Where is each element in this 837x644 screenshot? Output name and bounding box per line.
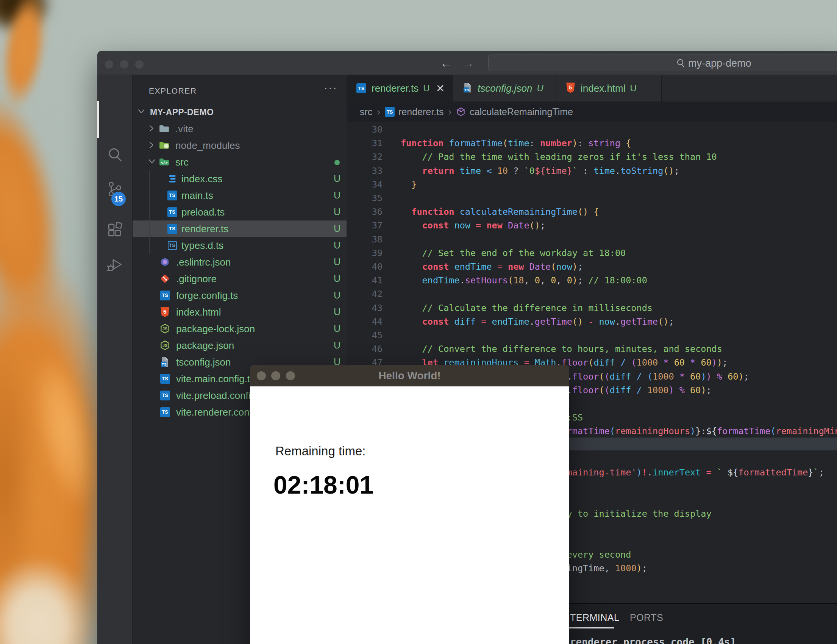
code-line-42: 42 bbox=[346, 287, 837, 301]
git-status-badge: U bbox=[334, 340, 340, 351]
tree-item-preload.ts[interactable]: TSpreload.tsU bbox=[133, 204, 346, 220]
code-line-41: 41 endTime.setHours(18, 0, 0, 0); // 18:… bbox=[346, 274, 837, 288]
terminal-tab-underline bbox=[569, 628, 614, 628]
tab-label: renderer.ts bbox=[371, 82, 419, 94]
line-number: 40 bbox=[346, 260, 382, 274]
tree-item-renderer.ts[interactable]: TSrenderer.tsU bbox=[133, 220, 346, 237]
line-number: 43 bbox=[346, 301, 382, 315]
breadcrumb-separator: › bbox=[377, 106, 380, 118]
svg-text:</>: </> bbox=[161, 161, 168, 165]
hello-window-title: Hello World! bbox=[250, 370, 569, 382]
code-line-36: 36 function calculateRemainingTime() { bbox=[346, 205, 837, 219]
code-text: const now = new Date(); bbox=[401, 219, 545, 232]
file-name: types.d.ts bbox=[181, 240, 223, 251]
code-text: return time < 10 ? `0${time}` : time.toS… bbox=[401, 164, 679, 177]
tree-item-.vite[interactable]: .vite bbox=[133, 120, 346, 137]
traffic-light-zoom[interactable] bbox=[135, 60, 144, 69]
tree-item-package-lock.json[interactable]: JSpackage-lock.jsonU bbox=[133, 320, 346, 337]
line-number: 38 bbox=[346, 233, 382, 246]
tree-item-.eslintrc.json[interactable]: .eslintrc.jsonU bbox=[133, 254, 346, 271]
file-name: tsconfig.json bbox=[176, 356, 231, 368]
file-name: vite.main.config.ts bbox=[176, 373, 255, 385]
remaining-time-label: Remaining time: bbox=[275, 444, 366, 458]
tree-item-.gitignore[interactable]: .gitignoreU bbox=[133, 271, 346, 287]
explorer-title: EXPLORER bbox=[149, 86, 197, 95]
file-name: src bbox=[176, 156, 189, 168]
folder-icon bbox=[159, 123, 169, 134]
tree-item-main.ts[interactable]: TSmain.tsU bbox=[133, 187, 346, 204]
hello-window-titlebar[interactable]: Hello World! bbox=[250, 365, 569, 386]
active-view-indicator bbox=[97, 101, 99, 138]
line-number: 39 bbox=[346, 246, 382, 260]
run-and-debug-icon[interactable] bbox=[106, 255, 124, 274]
git-status-badge: U bbox=[423, 83, 430, 94]
editor-tab-bar: TSrenderer.tsU✕TStsconfig.jsonU5index.ht… bbox=[346, 75, 837, 102]
line-number: 44 bbox=[346, 315, 382, 329]
chevron-right-icon bbox=[148, 125, 155, 134]
search-text: my-app-demo bbox=[688, 58, 752, 69]
code-text: // Convert the difference to hours, minu… bbox=[401, 342, 722, 356]
traffic-light-close[interactable] bbox=[105, 60, 113, 69]
tree-item-node_modules[interactable]: node_modules bbox=[133, 137, 346, 154]
source-control-badge: 15 bbox=[112, 192, 126, 206]
code-line-33: 33 return time < 10 ? `0${time}` : time.… bbox=[346, 164, 837, 178]
traffic-light-minimize[interactable] bbox=[120, 60, 128, 69]
fox-fur-wisp bbox=[0, 0, 53, 112]
symbol-method-icon bbox=[456, 107, 466, 117]
extensions-icon[interactable] bbox=[106, 220, 124, 239]
line-number: 41 bbox=[346, 274, 382, 287]
ts-icon: TS bbox=[356, 83, 366, 93]
code-text: endTime.setHours(18, 0, 0, 0); // 18:00:… bbox=[401, 274, 647, 287]
back-arrow-icon[interactable]: ← bbox=[440, 56, 452, 70]
line-number: 34 bbox=[346, 177, 382, 191]
forward-arrow-icon[interactable]: → bbox=[462, 56, 474, 70]
vscode-titlebar[interactable]: ← → my-app-demo bbox=[97, 51, 837, 75]
file-name: preload.ts bbox=[181, 207, 225, 218]
breadcrumb[interactable]: src›TSrenderer.ts›calculateRemainingTime bbox=[346, 102, 837, 122]
code-line-35: 35 bbox=[346, 191, 837, 205]
search-icon[interactable] bbox=[106, 145, 124, 164]
tab-renderer.ts[interactable]: TSrenderer.tsU✕ bbox=[346, 75, 453, 102]
css-icon bbox=[167, 174, 177, 184]
line-number: 30 bbox=[346, 123, 382, 136]
svg-text:5: 5 bbox=[569, 84, 572, 90]
code-text: } bbox=[401, 177, 417, 191]
chevron-right-icon bbox=[148, 141, 155, 150]
git-status-badge: U bbox=[334, 273, 340, 284]
code-line-40: 40 const endTime = new Date(now); bbox=[346, 260, 837, 274]
terminal-tab-ports[interactable]: PORTS bbox=[630, 612, 663, 623]
git-status-badge: U bbox=[334, 173, 340, 184]
breadcrumb-item-src[interactable]: src bbox=[360, 107, 372, 117]
tree-item-index.css[interactable]: index.cssU bbox=[133, 171, 346, 187]
tree-item-package.json[interactable]: JSpackage.jsonU bbox=[133, 337, 346, 354]
node-icon: JS bbox=[160, 340, 170, 350]
tab-label: index.html bbox=[581, 82, 626, 94]
tree-item-MY-APP-DEMO[interactable]: MY-APP-DEMO bbox=[133, 104, 346, 120]
fox-fur-dark-patch bbox=[0, 0, 53, 34]
line-number: 32 bbox=[346, 150, 382, 164]
command-center-search[interactable]: my-app-demo bbox=[488, 54, 837, 71]
ts-icon: TS bbox=[160, 390, 170, 401]
git-status-badge: U bbox=[537, 83, 543, 94]
terminal-tab-terminal[interactable]: TERMINAL bbox=[570, 612, 619, 623]
tab-index.html[interactable]: 5index.htmlU bbox=[556, 75, 661, 102]
breadcrumb-item-renderer.ts[interactable]: TSrenderer.ts bbox=[385, 107, 444, 117]
code-line-34: 34 } bbox=[346, 177, 837, 192]
explorer-icon[interactable] bbox=[106, 110, 124, 128]
screen: ← → my-app-demo 15 EXPLORER ··· MY-APP-D… bbox=[0, 0, 837, 644]
git-status-badge: U bbox=[334, 306, 340, 317]
tree-item-index.html[interactable]: 5index.htmlU bbox=[133, 304, 346, 320]
code-text: const endTime = new Date(now); bbox=[401, 260, 583, 274]
svg-text:TS: TS bbox=[162, 362, 167, 366]
more-actions-icon[interactable]: ··· bbox=[324, 81, 338, 94]
line-number: 36 bbox=[346, 205, 382, 219]
close-icon[interactable]: ✕ bbox=[436, 82, 445, 95]
tab-tsconfig.json[interactable]: TStsconfig.jsonU bbox=[453, 75, 556, 102]
tree-item-forge.config.ts[interactable]: TSforge.config.tsU bbox=[133, 287, 346, 304]
tsconfig-icon: TS bbox=[463, 82, 472, 94]
file-name: forge.config.ts bbox=[176, 290, 238, 302]
breadcrumb-item-calculateRemainingTime[interactable]: calculateRemainingTime bbox=[456, 107, 573, 117]
tree-item-src[interactable]: </>src bbox=[133, 154, 346, 171]
code-text: // Set the end of the workday at 18:00 bbox=[401, 246, 626, 260]
tree-item-types.d.ts[interactable]: TStypes.d.tsU bbox=[133, 237, 346, 254]
